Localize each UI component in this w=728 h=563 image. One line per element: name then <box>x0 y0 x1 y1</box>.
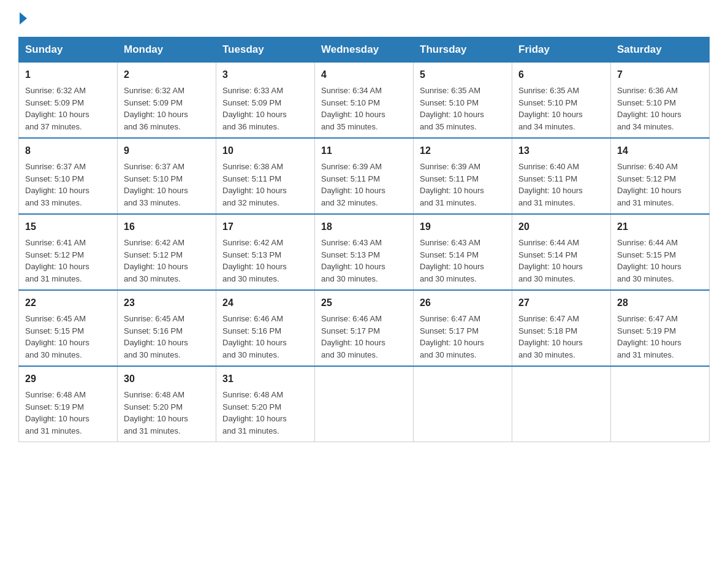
day-number: 5 <box>420 67 506 82</box>
day-info: Sunrise: 6:35 AMSunset: 5:10 PMDaylight:… <box>518 86 583 131</box>
day-number: 31 <box>222 372 308 386</box>
day-info: Sunrise: 6:37 AMSunset: 5:10 PMDaylight:… <box>25 162 89 207</box>
day-cell: 6 Sunrise: 6:35 AMSunset: 5:10 PMDayligh… <box>512 63 611 139</box>
logo-arrow-icon <box>20 12 27 25</box>
day-cell: 27 Sunrise: 6:47 AMSunset: 5:18 PMDaylig… <box>512 290 611 366</box>
day-number: 23 <box>124 296 210 310</box>
day-info: Sunrise: 6:37 AMSunset: 5:10 PMDaylight:… <box>124 162 188 207</box>
day-cell: 19 Sunrise: 6:43 AMSunset: 5:14 PMDaylig… <box>414 214 512 290</box>
day-info: Sunrise: 6:47 AMSunset: 5:17 PMDaylight:… <box>420 314 484 359</box>
header-cell-thursday: Thursday <box>414 37 512 63</box>
day-info: Sunrise: 6:33 AMSunset: 5:09 PMDaylight:… <box>222 86 287 131</box>
day-info: Sunrise: 6:47 AMSunset: 5:19 PMDaylight:… <box>617 314 681 359</box>
day-info: Sunrise: 6:45 AMSunset: 5:16 PMDaylight:… <box>124 314 188 359</box>
day-number: 16 <box>124 220 210 234</box>
header-row: SundayMondayTuesdayWednesdayThursdayFrid… <box>19 37 710 63</box>
day-info: Sunrise: 6:43 AMSunset: 5:14 PMDaylight:… <box>420 238 484 283</box>
day-number: 22 <box>25 296 111 310</box>
day-info: Sunrise: 6:41 AMSunset: 5:12 PMDaylight:… <box>25 238 89 283</box>
day-cell: 8 Sunrise: 6:37 AMSunset: 5:10 PMDayligh… <box>19 138 118 214</box>
week-row-3: 15 Sunrise: 6:41 AMSunset: 5:12 PMDaylig… <box>19 214 710 290</box>
day-cell: 7 Sunrise: 6:36 AMSunset: 5:10 PMDayligh… <box>611 63 710 139</box>
day-number: 17 <box>222 220 308 234</box>
day-cell: 14 Sunrise: 6:40 AMSunset: 5:12 PMDaylig… <box>611 138 710 214</box>
day-cell: 4 Sunrise: 6:34 AMSunset: 5:10 PMDayligh… <box>315 63 414 139</box>
week-row-1: 1 Sunrise: 6:32 AMSunset: 5:09 PMDayligh… <box>19 63 710 139</box>
day-cell: 20 Sunrise: 6:44 AMSunset: 5:14 PMDaylig… <box>512 214 611 290</box>
day-cell: 30 Sunrise: 6:48 AMSunset: 5:20 PMDaylig… <box>118 366 216 442</box>
day-cell: 1 Sunrise: 6:32 AMSunset: 5:09 PMDayligh… <box>19 63 118 139</box>
day-info: Sunrise: 6:42 AMSunset: 5:12 PMDaylight:… <box>124 238 188 283</box>
week-row-2: 8 Sunrise: 6:37 AMSunset: 5:10 PMDayligh… <box>19 138 710 214</box>
day-cell: 5 Sunrise: 6:35 AMSunset: 5:10 PMDayligh… <box>414 63 512 139</box>
day-cell: 18 Sunrise: 6:43 AMSunset: 5:13 PMDaylig… <box>315 214 414 290</box>
day-cell: 23 Sunrise: 6:45 AMSunset: 5:16 PMDaylig… <box>118 290 216 366</box>
header-cell-monday: Monday <box>118 37 216 63</box>
day-number: 2 <box>124 67 210 82</box>
day-info: Sunrise: 6:38 AMSunset: 5:11 PMDaylight:… <box>222 162 287 207</box>
day-number: 26 <box>420 296 506 310</box>
day-cell: 26 Sunrise: 6:47 AMSunset: 5:17 PMDaylig… <box>414 290 512 366</box>
day-cell: 11 Sunrise: 6:39 AMSunset: 5:11 PMDaylig… <box>315 138 414 214</box>
day-cell: 31 Sunrise: 6:48 AMSunset: 5:20 PMDaylig… <box>216 366 315 442</box>
calendar-header: SundayMondayTuesdayWednesdayThursdayFrid… <box>19 37 710 63</box>
day-info: Sunrise: 6:34 AMSunset: 5:10 PMDaylight:… <box>321 86 385 131</box>
day-info: Sunrise: 6:36 AMSunset: 5:10 PMDaylight:… <box>617 86 681 131</box>
day-number: 21 <box>617 220 703 234</box>
day-info: Sunrise: 6:42 AMSunset: 5:13 PMDaylight:… <box>222 238 287 283</box>
day-cell: 22 Sunrise: 6:45 AMSunset: 5:15 PMDaylig… <box>19 290 118 366</box>
day-info: Sunrise: 6:40 AMSunset: 5:12 PMDaylight:… <box>617 162 681 207</box>
day-number: 20 <box>518 220 604 234</box>
day-info: Sunrise: 6:46 AMSunset: 5:17 PMDaylight:… <box>321 314 385 359</box>
day-info: Sunrise: 6:48 AMSunset: 5:20 PMDaylight:… <box>222 390 287 435</box>
day-cell: 10 Sunrise: 6:38 AMSunset: 5:11 PMDaylig… <box>216 138 315 214</box>
day-number: 10 <box>222 144 308 158</box>
header-cell-friday: Friday <box>512 37 611 63</box>
header-cell-saturday: Saturday <box>611 37 710 63</box>
header-cell-wednesday: Wednesday <box>315 37 414 63</box>
day-cell: 3 Sunrise: 6:33 AMSunset: 5:09 PMDayligh… <box>216 63 315 139</box>
week-row-4: 22 Sunrise: 6:45 AMSunset: 5:15 PMDaylig… <box>19 290 710 366</box>
day-cell: 2 Sunrise: 6:32 AMSunset: 5:09 PMDayligh… <box>118 63 216 139</box>
day-cell: 28 Sunrise: 6:47 AMSunset: 5:19 PMDaylig… <box>611 290 710 366</box>
day-number: 30 <box>124 372 210 386</box>
day-cell <box>315 366 414 442</box>
header-cell-tuesday: Tuesday <box>216 37 315 63</box>
day-number: 8 <box>25 144 111 158</box>
day-number: 14 <box>617 144 703 158</box>
day-info: Sunrise: 6:48 AMSunset: 5:20 PMDaylight:… <box>124 390 188 435</box>
day-info: Sunrise: 6:45 AMSunset: 5:15 PMDaylight:… <box>25 314 89 359</box>
day-cell <box>414 366 512 442</box>
day-cell: 24 Sunrise: 6:46 AMSunset: 5:16 PMDaylig… <box>216 290 315 366</box>
day-number: 27 <box>518 296 604 310</box>
day-number: 28 <box>617 296 703 310</box>
day-cell: 12 Sunrise: 6:39 AMSunset: 5:11 PMDaylig… <box>414 138 512 214</box>
day-number: 25 <box>321 296 407 310</box>
day-info: Sunrise: 6:44 AMSunset: 5:14 PMDaylight:… <box>518 238 583 283</box>
day-info: Sunrise: 6:47 AMSunset: 5:18 PMDaylight:… <box>518 314 583 359</box>
day-cell: 16 Sunrise: 6:42 AMSunset: 5:12 PMDaylig… <box>118 214 216 290</box>
day-number: 29 <box>25 372 111 386</box>
logo <box>18 12 28 25</box>
calendar-body: 1 Sunrise: 6:32 AMSunset: 5:09 PMDayligh… <box>19 63 710 442</box>
day-number: 15 <box>25 220 111 234</box>
calendar-table: SundayMondayTuesdayWednesdayThursdayFrid… <box>18 37 710 442</box>
day-cell: 9 Sunrise: 6:37 AMSunset: 5:10 PMDayligh… <box>118 138 216 214</box>
day-info: Sunrise: 6:40 AMSunset: 5:11 PMDaylight:… <box>518 162 583 207</box>
header-cell-sunday: Sunday <box>19 37 118 63</box>
day-cell: 25 Sunrise: 6:46 AMSunset: 5:17 PMDaylig… <box>315 290 414 366</box>
day-cell: 21 Sunrise: 6:44 AMSunset: 5:15 PMDaylig… <box>611 214 710 290</box>
page-header <box>18 12 710 25</box>
day-number: 6 <box>518 67 604 82</box>
day-info: Sunrise: 6:32 AMSunset: 5:09 PMDaylight:… <box>124 86 188 131</box>
week-row-5: 29 Sunrise: 6:48 AMSunset: 5:19 PMDaylig… <box>19 366 710 442</box>
day-number: 13 <box>518 144 604 158</box>
day-info: Sunrise: 6:32 AMSunset: 5:09 PMDaylight:… <box>25 86 89 131</box>
day-info: Sunrise: 6:39 AMSunset: 5:11 PMDaylight:… <box>420 162 484 207</box>
day-number: 9 <box>124 144 210 158</box>
day-cell: 13 Sunrise: 6:40 AMSunset: 5:11 PMDaylig… <box>512 138 611 214</box>
day-info: Sunrise: 6:46 AMSunset: 5:16 PMDaylight:… <box>222 314 287 359</box>
day-number: 11 <box>321 144 407 158</box>
day-number: 1 <box>25 67 111 82</box>
day-number: 4 <box>321 67 407 82</box>
